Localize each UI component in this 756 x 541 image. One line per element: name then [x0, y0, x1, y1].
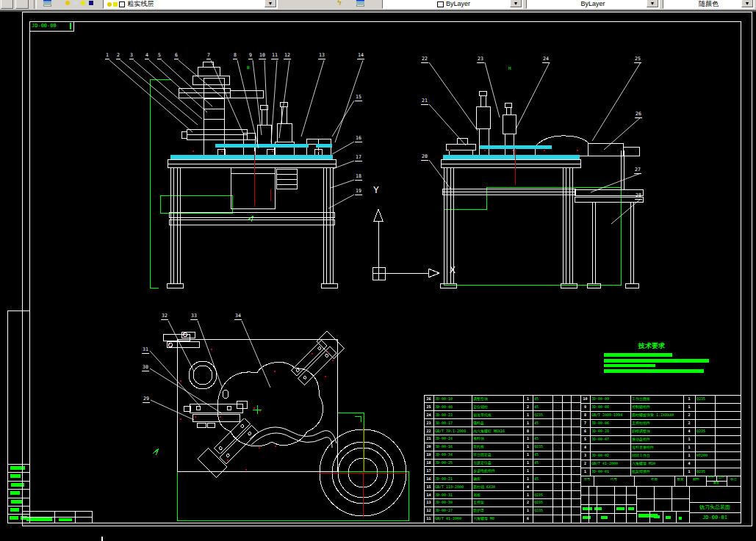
- bom-item-no: 8: [580, 413, 590, 417]
- bom-item-name: 工作台面板: [632, 396, 683, 401]
- callout-2: 2: [116, 53, 120, 59]
- make-object-layer-current-icon[interactable]: ϟ: [332, 0, 347, 8]
- bom-item-code: GB/T 70.1-2000: [435, 429, 471, 433]
- bom-item-no: 20: [424, 444, 433, 449]
- ucs-y-label: Y: [373, 184, 379, 195]
- callout-6: 6: [174, 53, 179, 59]
- header-mat: 材料: [686, 478, 706, 482]
- bom-item-no: 16: [424, 476, 433, 481]
- layers-dialog-icon[interactable]: [40, 0, 54, 8]
- callout-leader-lines: [109, 60, 641, 420]
- toolbar-separator: [34, 0, 37, 9]
- plan-view: [163, 331, 406, 516]
- bom-item-material: 45: [534, 460, 552, 465]
- bom-item-code: JD-00-27: [435, 508, 471, 512]
- bom-item-material: 45: [534, 421, 552, 425]
- toolbar-button-1[interactable]: [1, 0, 13, 9]
- bom-item-name: 振动盘组件: [632, 437, 683, 441]
- bom-item-no: 10: [580, 396, 590, 401]
- bom-item-name: 输送带托板: [473, 413, 522, 417]
- chevron-down-icon[interactable]: ▼: [647, 0, 658, 7]
- bom-item-name: 隔料盘: [473, 421, 522, 425]
- linetype-dropdown[interactable]: ByLayer ▼: [526, 0, 660, 9]
- text-cursor: [101, 537, 103, 541]
- bulb-icon: [107, 2, 112, 7]
- bom-item-code: JD-00-17: [435, 421, 471, 425]
- header-qty: 数量: [674, 478, 686, 482]
- bom-item-qty: 1: [523, 436, 533, 440]
- bom-item-no: 13: [424, 500, 433, 504]
- bom-item-name: 转台固定盘: [473, 452, 522, 457]
- bom-item-material: Q235: [534, 444, 552, 449]
- bom-item-code: JD-00-40: [435, 404, 471, 409]
- callout-29: 29: [143, 396, 150, 403]
- bom-item-name: 斜楔调整块: [632, 429, 683, 433]
- bom-item-code: JD-00-06: [591, 421, 630, 425]
- bom-item-name: 支撑架: [473, 500, 522, 504]
- bom-item-no: 19: [424, 452, 433, 457]
- bom-item-qty: 1: [523, 476, 533, 481]
- callout-1: 1: [105, 53, 109, 59]
- bom-item-no: 4: [580, 445, 590, 449]
- section-label-left: B: [247, 65, 250, 70]
- bom-item-name: 圆柱销 6X30: [473, 484, 522, 489]
- callout-31: 31: [142, 347, 149, 354]
- object-properties-toolbar: 粗实线层 ▼ ϟ ByLayer ▼ ByLayer ▼ 随颜色 ▼: [0, 0, 756, 10]
- callout-4: 4: [145, 53, 149, 59]
- callout-12: 12: [284, 53, 291, 59]
- bom-item-material: 45: [534, 476, 552, 481]
- bom-item-code: JD-00-30: [435, 500, 471, 504]
- bom-item-no: 1: [580, 469, 590, 473]
- chevron-down-icon[interactable]: ▼: [264, 0, 276, 7]
- bom-item-qty: 1: [683, 469, 695, 473]
- layer-dropdown[interactable]: 粗实线层 ▼: [103, 0, 278, 9]
- bom-item-qty: 1: [523, 413, 533, 417]
- model-space-canvas[interactable]: [0, 0, 756, 541]
- sun-icon: [73, 1, 78, 5]
- ucs-icon: [372, 209, 439, 280]
- current-plotstyle: 随颜色: [699, 0, 719, 7]
- callout-33: 33: [190, 313, 198, 320]
- bom-item-qty: 2: [683, 413, 695, 417]
- color-dropdown[interactable]: ByLayer ▼: [382, 0, 523, 9]
- bom-item-qty: 1: [683, 437, 695, 441]
- bom-item-material: Q235: [696, 429, 714, 433]
- bom-item-code: JD-00-28: [591, 429, 630, 433]
- bom-item-code: JD-00-10: [435, 396, 471, 401]
- header-code: 代号: [594, 478, 634, 482]
- callout-25: 25: [634, 57, 641, 63]
- callout-28: 28: [635, 193, 642, 200]
- callout-13: 13: [318, 53, 325, 59]
- bom-item-name: 调整垫块: [473, 396, 522, 401]
- layers-icon: [43, 0, 51, 7]
- bom-item-name: 六角螺母 M10: [632, 461, 683, 465]
- bom-item-name: 导向板: [473, 444, 522, 449]
- bom-item-no: 9: [580, 404, 590, 409]
- bom-item-qty: 8: [523, 429, 533, 433]
- toolbar-button-2[interactable]: [15, 0, 29, 9]
- cad-window: 粗实线层 ▼ ϟ ByLayer ▼ ByLayer ▼ 随颜色 ▼: [0, 0, 756, 541]
- bom-item-qty: 2: [523, 500, 533, 504]
- header-weight: 重量: [706, 482, 727, 484]
- bom-item-no: 21: [424, 436, 433, 440]
- callout-27: 27: [634, 167, 641, 174]
- bom-item-name: 底板: [473, 493, 522, 497]
- bom-item-no: 23: [424, 421, 433, 425]
- bom-item-code: JD-00-08: [591, 404, 630, 409]
- bom-item-qty: 6: [523, 516, 533, 520]
- bom-item-code: JD-00-24: [435, 436, 471, 440]
- bom-item-qty: 1: [683, 396, 695, 401]
- callout-16: 16: [355, 136, 362, 142]
- bom-item-name: 分度定位盘: [473, 460, 522, 465]
- chevron-down-icon[interactable]: ▼: [510, 0, 522, 7]
- plotstyle-dropdown[interactable]: 随颜色 ▼: [663, 0, 755, 9]
- chevron-down-icon[interactable]: ▼: [741, 0, 753, 7]
- bom-item-name: 送料直振组件: [632, 445, 683, 449]
- layer-previous-icon[interactable]: [353, 0, 367, 8]
- bom-item-no: 15: [424, 484, 433, 489]
- bom-item-code: JD-00-16: [435, 444, 471, 449]
- bom-item-no: 17: [424, 468, 433, 473]
- tech-requirements-title: 技术要求: [608, 341, 696, 351]
- bulb-icon: [65, 1, 70, 5]
- section-label-right: H: [508, 65, 511, 70]
